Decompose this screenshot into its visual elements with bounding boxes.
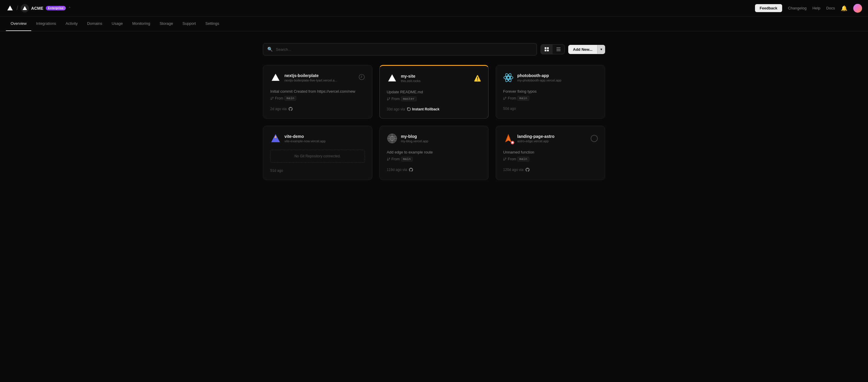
vercel-logo-icon[interactable] xyxy=(6,4,14,12)
svg-marker-9 xyxy=(272,74,280,81)
svg-point-28 xyxy=(389,158,390,159)
project-icon-vite-demo xyxy=(270,133,281,144)
commit-message: Unnamed function xyxy=(503,150,598,155)
card-body: Initial commit Created from https://verc… xyxy=(270,89,365,101)
svg-rect-6 xyxy=(556,48,561,48)
svg-point-33 xyxy=(505,158,506,159)
subnav-item-support[interactable]: Support xyxy=(178,17,200,31)
card-body: Update README.md From master xyxy=(387,89,482,101)
feedback-button[interactable]: Feedback xyxy=(755,4,782,12)
warning-icon: ⚠️ xyxy=(474,75,481,82)
help-link[interactable]: Help xyxy=(812,6,820,10)
project-icon-my-site xyxy=(387,73,397,84)
card-footer: 33d ago via Instant Rollback xyxy=(387,107,482,111)
subnav-item-activity[interactable]: Activity xyxy=(61,17,82,31)
team-name[interactable]: ACME xyxy=(31,6,43,11)
branch-name: main xyxy=(284,96,296,101)
card-title-group: photobooth-app my-photobooth-app.vercel.… xyxy=(503,72,561,83)
branch-info: From main xyxy=(387,157,482,161)
astro-error-dot xyxy=(511,141,514,144)
svg-rect-8 xyxy=(556,51,561,51)
github-icon xyxy=(288,107,293,111)
project-card-vite-demo[interactable]: vite-demo vite-example-now.vercel.app No… xyxy=(263,126,372,180)
subnav-item-storage[interactable]: Storage xyxy=(155,17,178,31)
time-ago: 2d ago via xyxy=(270,107,286,111)
projects-grid: nextjs-boilerplate nextjs-boilerplate-fi… xyxy=(263,65,605,180)
team-logo xyxy=(21,4,29,12)
commit-message: Initial commit Created from https://verc… xyxy=(270,89,365,94)
topnav-left: / ACME Enterprise ⌃ xyxy=(6,4,751,12)
card-header: my-site this.zeit.rocks ⚠️ xyxy=(387,73,482,84)
subnav-item-domains[interactable]: Domains xyxy=(82,17,107,31)
card-header: photobooth-app my-photobooth-app.vercel.… xyxy=(503,72,598,83)
subnav-item-monitoring[interactable]: Monitoring xyxy=(127,17,155,31)
project-name: vite-demo xyxy=(284,134,326,139)
add-new-button[interactable]: Add New... ▾ xyxy=(568,45,605,54)
project-name: landing-page-astro xyxy=(517,134,554,139)
svg-point-32 xyxy=(512,142,514,144)
branch-info: From master xyxy=(387,96,482,101)
card-header: nextjs-boilerplate nextjs-boilerplate-fi… xyxy=(270,72,365,83)
svg-point-20 xyxy=(505,97,506,98)
branch-info: From main xyxy=(503,96,598,101)
svg-point-12 xyxy=(271,99,272,100)
subnav-item-overview[interactable]: Overview xyxy=(6,17,31,31)
grid-view-button[interactable] xyxy=(541,45,553,54)
svg-rect-4 xyxy=(545,50,547,51)
rollback-label[interactable]: Instant Rollback xyxy=(412,107,440,111)
project-url: vite-example-now.vercel.app xyxy=(284,139,326,143)
secondary-navigation: Overview Integrations Activity Domains U… xyxy=(0,17,868,31)
user-avatar[interactable] xyxy=(853,4,862,13)
svg-rect-7 xyxy=(556,49,561,50)
project-info: my-blog my-blog.vercel.app xyxy=(401,134,428,143)
branch-info: From main xyxy=(270,96,365,101)
notifications-bell-icon[interactable]: 🔔 xyxy=(841,5,847,11)
project-url: this.zeit.rocks xyxy=(401,79,421,83)
branch-info: From main xyxy=(503,157,598,161)
view-toggle xyxy=(540,44,565,54)
team-switcher-chevron-icon[interactable]: ⌃ xyxy=(68,6,71,10)
topnav-right: Feedback Changelog Help Docs 🔔 xyxy=(755,4,862,13)
project-card-my-blog[interactable]: my-blog my-blog.vercel.app Add edge to e… xyxy=(379,126,489,180)
svg-point-16 xyxy=(507,77,510,79)
project-card-my-site[interactable]: my-site this.zeit.rocks ⚠️ Update README… xyxy=(379,65,489,119)
project-icon-my-blog xyxy=(387,133,397,144)
changelog-link[interactable]: Changelog xyxy=(788,6,807,10)
project-url: my-blog.vercel.app xyxy=(401,139,428,143)
time-ago: 51d ago xyxy=(270,169,283,173)
time-ago: 50d ago xyxy=(503,107,516,111)
card-footer: 119d ago via xyxy=(387,167,482,172)
project-info: my-site this.zeit.rocks xyxy=(401,74,421,83)
search-box[interactable]: 🔍 xyxy=(263,43,537,56)
no-repo-message: No Git Repository connected. xyxy=(270,150,365,163)
project-name: photobooth-app xyxy=(517,73,561,78)
project-card-photobooth-app[interactable]: photobooth-app my-photobooth-app.vercel.… xyxy=(496,65,605,119)
subnav-item-settings[interactable]: Settings xyxy=(200,17,224,31)
subnav-item-integrations[interactable]: Integrations xyxy=(31,17,61,31)
branch-name: master xyxy=(401,96,417,101)
branch-name: main xyxy=(517,157,529,161)
project-card-landing-page-astro[interactable]: landing-page-astro astro-edge.vercel.app… xyxy=(496,126,605,180)
add-new-label: Add New... xyxy=(568,45,597,54)
docs-link[interactable]: Docs xyxy=(826,6,835,10)
svg-point-11 xyxy=(273,97,274,98)
svg-point-34 xyxy=(504,160,504,160)
card-footer: 50d ago xyxy=(503,107,598,111)
card-footer: 2d ago via xyxy=(270,107,365,111)
card-header: my-blog my-blog.vercel.app xyxy=(387,133,482,144)
svg-point-21 xyxy=(504,99,504,100)
subnav-item-usage[interactable]: Usage xyxy=(107,17,128,31)
project-name: my-site xyxy=(401,74,421,79)
list-view-button[interactable] xyxy=(553,45,564,54)
search-input[interactable] xyxy=(276,47,532,52)
search-icon: 🔍 xyxy=(267,47,273,52)
project-info: vite-demo vite-example-now.vercel.app xyxy=(284,134,326,143)
card-body: Add edge to example route From main xyxy=(387,150,482,161)
card-header: landing-page-astro astro-edge.vercel.app xyxy=(503,133,598,144)
time-ago: 33d ago via xyxy=(387,107,405,111)
github-icon xyxy=(409,167,413,172)
svg-point-29 xyxy=(387,160,388,160)
project-card-nextjs-boilerplate[interactable]: nextjs-boilerplate nextjs-boilerplate-fi… xyxy=(263,65,372,119)
svg-rect-2 xyxy=(545,47,547,49)
svg-point-14 xyxy=(389,98,390,98)
